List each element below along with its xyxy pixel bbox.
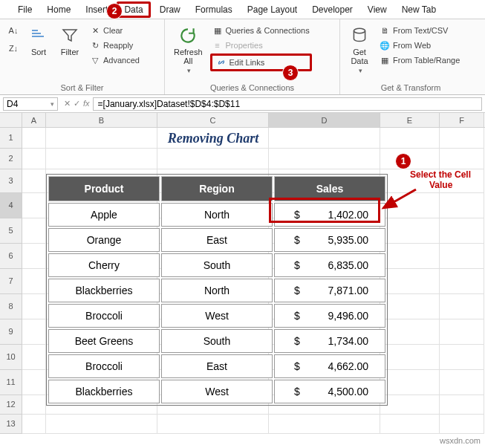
row-header-11[interactable]: 11 xyxy=(0,370,22,395)
cell-product[interactable]: Blackberries xyxy=(48,380,160,403)
cell[interactable] xyxy=(22,149,46,169)
queries-connections-button[interactable]: ▦Queries & Connections xyxy=(210,24,312,37)
cell[interactable] xyxy=(380,370,440,395)
cell[interactable] xyxy=(440,193,484,218)
cell-product[interactable]: Cherry xyxy=(48,253,160,277)
cell[interactable] xyxy=(380,294,440,319)
cell-sales[interactable]: $5,935.00 xyxy=(274,228,385,252)
cell[interactable] xyxy=(22,370,46,395)
cell-region[interactable]: South xyxy=(161,329,273,353)
cell[interactable] xyxy=(157,149,269,169)
cell[interactable] xyxy=(22,169,46,193)
clear-button[interactable]: ✕Clear xyxy=(88,24,142,37)
cell[interactable] xyxy=(157,415,269,434)
cell-product[interactable]: Beet Greens xyxy=(48,329,160,353)
row-header-1[interactable]: 1 xyxy=(0,128,22,149)
col-header-B[interactable]: B xyxy=(46,113,157,127)
cell[interactable] xyxy=(380,269,440,294)
row-header-8[interactable]: 8 xyxy=(0,294,22,319)
cell-product[interactable]: Broccoli xyxy=(48,304,160,328)
cell-sales[interactable]: $7,871.00 xyxy=(274,279,385,302)
from-text-button[interactable]: 🗎From Text/CSV xyxy=(377,24,462,37)
menu-draw[interactable]: Draw xyxy=(152,1,188,18)
cell[interactable] xyxy=(380,395,440,415)
menu-new-tab[interactable]: New Tab xyxy=(394,1,443,18)
row-header-7[interactable]: 7 xyxy=(0,269,22,294)
cell-region[interactable]: North xyxy=(161,203,273,227)
col-header-A[interactable]: A xyxy=(22,113,46,127)
col-header-F[interactable]: F xyxy=(440,113,484,127)
get-data-button[interactable]: Get Data xyxy=(346,24,373,76)
row-header-6[interactable]: 6 xyxy=(0,244,22,269)
cell[interactable] xyxy=(440,218,484,244)
cell-sales[interactable]: $4,662.00 xyxy=(274,354,385,378)
name-box-dropdown-icon[interactable]: ▾ xyxy=(51,100,54,108)
cell[interactable] xyxy=(380,319,440,345)
cell-region[interactable]: North xyxy=(161,279,273,302)
cell[interactable] xyxy=(440,345,484,370)
col-header-C[interactable]: C xyxy=(157,113,269,127)
confirm-formula-icon[interactable]: ✓ xyxy=(74,99,80,108)
menu-formulas[interactable]: Formulas xyxy=(188,1,240,18)
formula-input[interactable] xyxy=(93,97,482,111)
properties-button[interactable]: ≡Properties xyxy=(210,39,312,52)
cell[interactable] xyxy=(22,269,46,294)
cell[interactable] xyxy=(380,345,440,370)
cell-sales[interactable]: $4,500.00 xyxy=(274,380,385,403)
cell[interactable] xyxy=(22,294,46,319)
cell-sales[interactable]: $1,402.00 xyxy=(274,203,385,227)
row-header-5[interactable]: 5 xyxy=(0,218,22,244)
row-header-13[interactable]: 13 xyxy=(0,415,22,434)
row-header-3[interactable]: 3 xyxy=(0,169,22,193)
sort-button[interactable]: Sort xyxy=(25,24,52,58)
cell-region[interactable]: South xyxy=(161,253,273,277)
cell-product[interactable]: Blackberries xyxy=(48,279,160,302)
cell[interactable] xyxy=(440,244,484,269)
select-all-corner[interactable] xyxy=(0,113,22,127)
cell[interactable] xyxy=(22,395,46,415)
cell[interactable] xyxy=(22,319,46,345)
from-table-button[interactable]: ▦From Table/Range xyxy=(377,53,462,67)
cell[interactable] xyxy=(22,193,46,218)
name-box[interactable]: D4 ▾ xyxy=(3,97,58,111)
cell-sales[interactable]: $6,835.00 xyxy=(274,253,385,277)
cell[interactable] xyxy=(380,415,440,434)
cell[interactable] xyxy=(440,395,484,415)
cell[interactable] xyxy=(22,244,46,269)
sort-desc-button[interactable]: Z↓ xyxy=(6,42,21,55)
cell-product[interactable]: Broccoli xyxy=(48,354,160,378)
row-header-4[interactable]: 4 xyxy=(0,193,22,218)
refresh-all-button[interactable]: Refresh All xyxy=(171,24,206,76)
row-header-9[interactable]: 9 xyxy=(0,319,22,345)
sort-asc-button[interactable]: A↓ xyxy=(6,24,21,37)
cell[interactable] xyxy=(440,415,484,434)
from-web-button[interactable]: 🌐From Web xyxy=(377,39,462,52)
cell[interactable] xyxy=(46,149,157,169)
col-header-E[interactable]: E xyxy=(380,113,440,127)
cell[interactable] xyxy=(440,128,484,149)
cell-product[interactable]: Apple xyxy=(48,203,160,227)
menu-page-layout[interactable]: Page Layout xyxy=(240,1,305,18)
cell-product[interactable]: Orange xyxy=(48,228,160,252)
row-header-10[interactable]: 10 xyxy=(0,345,22,370)
cell[interactable] xyxy=(440,269,484,294)
menu-file[interactable]: File xyxy=(10,1,39,18)
row-header-2[interactable]: 2 xyxy=(0,149,22,169)
reapply-button[interactable]: ↻Reapply xyxy=(88,39,142,52)
cell-region[interactable]: East xyxy=(161,228,273,252)
fx-icon[interactable]: fx xyxy=(83,99,90,108)
cell[interactable] xyxy=(380,128,440,149)
cell-region[interactable]: East xyxy=(161,354,273,378)
filter-button[interactable]: Filter xyxy=(56,24,83,58)
cell[interactable] xyxy=(46,415,157,434)
cell[interactable] xyxy=(22,415,46,434)
cell-sales[interactable]: $9,496.00 xyxy=(274,304,385,328)
cell[interactable] xyxy=(440,319,484,345)
cell[interactable] xyxy=(440,294,484,319)
advanced-button[interactable]: ▽Advanced xyxy=(88,53,142,67)
cell-region[interactable]: West xyxy=(161,304,273,328)
menu-view[interactable]: View xyxy=(360,1,394,18)
cell-sales[interactable]: $1,734.00 xyxy=(274,329,385,353)
worksheet-grid[interactable]: A B C D E F 12345678910111213 Removing C… xyxy=(0,113,485,434)
cell[interactable] xyxy=(22,128,46,149)
